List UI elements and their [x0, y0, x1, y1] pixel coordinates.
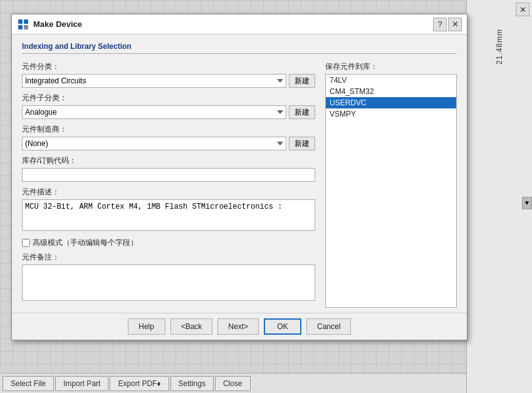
library-list: 74LV CM4_STM32 USERDVC VSMPY [325, 74, 457, 308]
advanced-mode-checkbox[interactable] [22, 239, 30, 247]
dimension-label: 21.48mm [495, 29, 504, 65]
notes-textarea[interactable] [22, 265, 315, 301]
bottom-toolbar: Select File Import Part Export PDF♦ Sett… [0, 373, 466, 393]
notes-label: 元件备注： [22, 252, 315, 263]
library-label: 保存元件到库： [325, 61, 457, 72]
lib-item-cm4-stm32[interactable]: CM4_STM32 [326, 86, 456, 97]
category-new-button[interactable]: 新建 [289, 74, 315, 88]
subcategory-inline: Analogue 新建 [22, 105, 315, 119]
dialog-help-button[interactable]: ? [433, 18, 447, 31]
right-column: 保存元件到库： 74LV CM4_STM32 USERDVC VSMPY [325, 61, 457, 308]
dialog-close-button[interactable]: ✕ [448, 18, 462, 31]
section-header: Indexing and Library Selection [22, 42, 457, 54]
dialog-content: Indexing and Library Selection 元件分类： Int… [12, 34, 467, 313]
select-file-button[interactable]: Select File [3, 376, 54, 391]
subcategory-select[interactable]: Analogue [22, 105, 286, 119]
dialog-titlebar: Make Device ? ✕ [12, 14, 467, 34]
dialog-footer: Help <Back Next> OK Cancel [12, 313, 467, 340]
advanced-mode-label: 高级模式（手动编辑每个字段） [33, 238, 138, 248]
cancel-button[interactable]: Cancel [306, 318, 351, 335]
category-select[interactable]: Integrated Circuits [22, 74, 286, 88]
right-panel-close[interactable]: ✕ [516, 3, 529, 16]
stock-label: 库存/订购代码： [22, 155, 315, 166]
lib-item-vsmpy[interactable]: VSMPY [326, 108, 456, 120]
category-label: 元件分类： [22, 61, 315, 72]
manufacturer-label: 元件制造商： [22, 124, 315, 135]
subcategory-new-button[interactable]: 新建 [289, 105, 315, 119]
scroll-arrow[interactable]: ▼ [522, 197, 532, 209]
manufacturer-new-button[interactable]: 新建 [289, 137, 315, 150]
lib-item-74lv[interactable]: 74LV [326, 75, 456, 86]
description-label: 元件描述： [22, 187, 315, 197]
advanced-mode-row: 高级模式（手动编辑每个字段） [22, 238, 315, 248]
stock-row: 库存/订购代码： [22, 155, 315, 182]
subcategory-row: 元件子分类： Analogue 新建 [22, 93, 315, 119]
notes-row: 元件备注： [22, 252, 315, 303]
dialog-icon [17, 18, 29, 31]
dialog-title: Make Device [33, 19, 432, 29]
back-button[interactable]: <Back [170, 318, 213, 335]
right-panel: ✕ 21.48mm ▼ [466, 0, 532, 393]
close-toolbar-button[interactable]: Close [215, 376, 251, 391]
manufacturer-row: 元件制造商： (None) 新建 [22, 124, 315, 150]
svg-rect-3 [24, 25, 28, 29]
lib-item-userdvc[interactable]: USERDVC [326, 97, 456, 108]
manufacturer-inline: (None) 新建 [22, 137, 315, 150]
subcategory-label: 元件子分类： [22, 93, 315, 103]
help-button[interactable]: Help [128, 318, 165, 335]
ok-button[interactable]: OK [264, 318, 301, 335]
category-row: 元件分类： Integrated Circuits 新建 [22, 61, 315, 88]
svg-rect-1 [24, 19, 28, 24]
category-inline: Integrated Circuits 新建 [22, 74, 315, 88]
next-button[interactable]: Next> [217, 318, 259, 335]
export-pdf-button[interactable]: Export PDF♦ [110, 376, 169, 391]
svg-rect-0 [18, 19, 23, 24]
manufacturer-select[interactable]: (None) [22, 137, 286, 150]
left-column: 元件分类： Integrated Circuits 新建 元件子分类： Anal… [22, 61, 315, 308]
description-row: 元件描述： MCU 32-Bit, ARM Cortex M4, 1MB Fla… [22, 187, 315, 233]
svg-rect-2 [18, 25, 23, 29]
description-textarea[interactable]: MCU 32-Bit, ARM Cortex M4, 1MB Flash STM… [22, 199, 315, 231]
main-columns: 元件分类： Integrated Circuits 新建 元件子分类： Anal… [22, 61, 457, 308]
import-part-button[interactable]: Import Part [55, 376, 108, 391]
make-device-dialog: Make Device ? ✕ Indexing and Library Sel… [11, 14, 467, 340]
stock-input[interactable] [22, 168, 315, 182]
settings-button[interactable]: Settings [170, 376, 214, 391]
